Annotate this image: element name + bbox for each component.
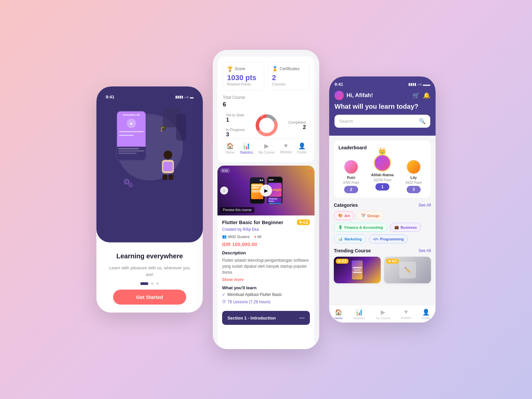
nav-statistics[interactable]: 📊 Statistics: [240, 142, 253, 154]
chip-art[interactable]: 🎨 Art: [334, 211, 354, 220]
lb-person-putri: Putri 9782 Point 2: [343, 160, 359, 193]
in-progress: In Progress 3: [226, 128, 245, 138]
cert-label: Certificates: [280, 66, 300, 71]
nav-mycourse[interactable]: ▶ My Course: [259, 142, 275, 154]
course-creator: Created by Rifqi Eka: [222, 227, 310, 232]
home-nav-wish-icon: ♥: [404, 309, 408, 316]
search-bar[interactable]: Search 🔍: [334, 115, 430, 128]
lily-rank: 3: [407, 186, 421, 193]
home-nav-course-label: My Course: [376, 317, 390, 320]
home-nav-profile[interactable]: 👤 Profile: [422, 309, 430, 320]
trending-card-1[interactable]: ★ 4.9: [334, 257, 381, 283]
bell-icon[interactable]: 🔔: [423, 92, 430, 99]
home-content: Leaderboard Putri 9782 Point 2 👑: [329, 136, 436, 305]
home-nav-home-icon: 🏠: [335, 309, 342, 316]
trophy-icon: 🏆: [227, 66, 233, 71]
search-placeholder: Search: [339, 119, 353, 124]
illus-phone: Animation 2D: [116, 111, 146, 161]
cert-sub: Courses: [272, 82, 305, 86]
onboarding-title: Learning everywhere: [116, 252, 183, 260]
cert-value: 2: [272, 73, 305, 82]
donut-row: Yet to Start 1 In Progress 3: [223, 112, 309, 139]
home-nav-wishlist[interactable]: ♥ Wishlist: [401, 309, 411, 320]
trending-see-all[interactable]: See All: [419, 248, 431, 253]
chip-programming[interactable]: </> Programming: [369, 234, 408, 243]
onboarding-bottom: Learning everywhere Learn with pleasure …: [96, 242, 203, 313]
thumb-prev-button[interactable]: ‹: [220, 187, 228, 195]
greeting-text: Hi, Afifah!: [346, 92, 373, 99]
completed: Completed 2: [288, 120, 306, 130]
lily-avatar: [406, 160, 421, 174]
total-course-section: Total Course 6 Yet to Start 1 In Progres…: [223, 95, 309, 139]
afifah-name: Afifah Ratma: [371, 173, 394, 177]
home-nav-home[interactable]: 🏠 Home: [334, 309, 342, 320]
trending-thumb-1: ★ 4.9: [334, 257, 381, 283]
categories-see-all[interactable]: See All: [419, 203, 431, 207]
onboarding-illustration: Animation 2D: [110, 104, 190, 191]
categories-header: Categories See All: [334, 202, 431, 208]
nav-profile-label: Profile: [297, 151, 306, 154]
status-time-3: 9:41: [334, 82, 343, 87]
section-intro-button[interactable]: Section 1 - Introduction —: [222, 311, 310, 325]
status-bar-1: 9:41 ▮▮▮▮ ⌐◊ ▬: [103, 93, 196, 101]
search-icon: 🔍: [419, 118, 426, 124]
course-title-row: Flutter Basic for Beginner ★ 4.8: [222, 219, 310, 225]
stats-right: Completed 2: [288, 120, 306, 130]
home-nav-mycourse[interactable]: ▶ My Course: [376, 309, 390, 320]
cert-card: 🏅 Certificates 2 Courses: [268, 62, 309, 90]
nav-home[interactable]: 🏠 Home: [225, 142, 234, 154]
score-label: Score: [235, 66, 245, 71]
gear-icon-2: ⚙: [128, 182, 133, 189]
greeting-row: Hi, Afifah! 🛒 🔔: [334, 91, 430, 100]
stats-icon: 📊: [243, 142, 250, 150]
chip-finance[interactable]: 💲 Finance & Accounting: [334, 223, 387, 232]
get-started-button[interactable]: Get Started: [113, 290, 186, 305]
dot-2: [151, 282, 154, 285]
course-status-mini: 9:41: [220, 168, 230, 173]
cart-icon[interactable]: 🛒: [412, 92, 420, 99]
home-nav-home-label: Home: [334, 317, 342, 320]
finance-label: Finance & Accounting: [344, 225, 383, 229]
time-badge: 9:41: [222, 169, 228, 172]
course-price: IDR 100,000.00: [222, 241, 310, 247]
total-course-num: 6: [223, 101, 309, 108]
score-sub: Reward Points: [227, 82, 260, 86]
art-icon: 🎨: [338, 213, 343, 218]
marketing-icon: 📊: [338, 237, 343, 241]
programming-label: Programming: [380, 237, 404, 241]
cert-icon: 🏅: [272, 66, 278, 71]
illus-phone-screen: Animation 2D: [117, 111, 146, 147]
trending-card-2[interactable]: ★ 4.5 ✏️: [384, 257, 431, 283]
categories-title: Categories: [334, 202, 358, 208]
signal-icon: ▮▮▮▮: [175, 95, 183, 99]
nav-profile[interactable]: 👤 Profile: [297, 142, 306, 154]
stats-left: Yet to Start 1 In Progress 3: [226, 113, 245, 138]
course-heart-icon[interactable]: ♥: [309, 168, 312, 174]
nav-course-label: My Course: [259, 151, 275, 154]
trending-section: Trending Course See All ★ 4.9: [334, 248, 431, 283]
lessons-link[interactable]: ⏱ 78 Lessons (7.28 hours): [222, 300, 310, 304]
thumb-play-button[interactable]: ▶: [260, 185, 272, 197]
show-more-button[interactable]: Show more: [222, 277, 310, 282]
heart-icon: ♥: [284, 142, 288, 149]
chip-design[interactable]: ✂️ Design: [357, 211, 384, 220]
minus-icon: —: [299, 315, 305, 321]
home-nav-statistics[interactable]: 📊 Statistics: [353, 309, 365, 320]
home-nav-profile-icon: 👤: [422, 309, 430, 316]
total-course-label: Total Course: [223, 95, 309, 100]
course-meta: 👥 4800 Student ♥ 6K: [222, 234, 310, 239]
preview-badge: Preview this course: [220, 207, 254, 213]
signal-icon-3: ▮▮▮▮: [408, 82, 416, 86]
chip-business[interactable]: 💼 Business: [390, 223, 421, 232]
clock-icon: ⏱: [222, 300, 226, 304]
crown-icon: 👑: [378, 147, 386, 155]
what-learn-label: What you'll learn: [222, 285, 310, 290]
text-line-2: [119, 135, 134, 136]
chip-marketing[interactable]: 📊 Marketing: [334, 234, 366, 243]
nav-home-label: Home: [225, 151, 234, 154]
stats-section: 🏆 Score 1030 pts Reward Points 🏅 Certifi…: [217, 57, 315, 162]
nav-wishlist-label: Wishlist: [280, 150, 292, 154]
nav-wishlist[interactable]: ♥ Wishlist: [280, 142, 292, 154]
star-icon: ★: [299, 220, 302, 224]
leaderboard-card: Leaderboard Putri 9782 Point 2 👑: [334, 140, 431, 198]
